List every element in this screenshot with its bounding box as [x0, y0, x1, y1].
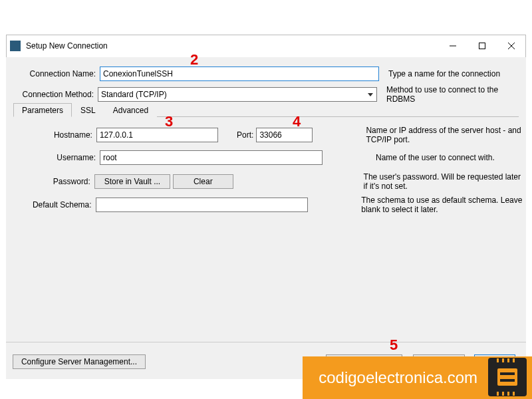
tab-parameters[interactable]: Parameters: [13, 103, 72, 117]
annotation-3: 3: [165, 113, 173, 130]
watermark-logo: [488, 358, 527, 396]
tab-ssl[interactable]: SSL: [72, 103, 104, 117]
titlebar: Setup New Connection: [6, 36, 526, 56]
default-schema-hint: The schema to use as default schema. Lea…: [361, 196, 526, 214]
default-schema-label: Default Schema:: [6, 200, 92, 209]
hostname-hint: Name or IP address of the server host - …: [366, 126, 526, 144]
app-icon: [10, 41, 21, 51]
window-title: Setup New Connection: [26, 41, 438, 51]
username-label: Username:: [6, 153, 96, 162]
hostname-label: Hostname:: [6, 130, 92, 140]
connection-method-select[interactable]: Standard (TCP/IP): [98, 87, 377, 102]
connection-name-hint: Type a name for the connection: [388, 69, 500, 78]
connection-name-input[interactable]: [100, 66, 379, 81]
tabs: Parameters SSL Advanced: [13, 102, 519, 117]
annotation-2: 2: [190, 51, 198, 68]
maximize-button[interactable]: [467, 37, 497, 55]
password-label: Password:: [6, 177, 90, 186]
password-hint: The user's password. Will be requested l…: [364, 172, 526, 191]
watermark-text: codigoelectronica.com: [319, 368, 477, 387]
hostname-input[interactable]: [96, 128, 218, 142]
store-in-vault-button[interactable]: Store in Vault ...: [94, 174, 170, 189]
svg-rect-1: [479, 43, 485, 49]
connection-name-label: Connection Name:: [6, 69, 96, 78]
dialog-body: Connection Name: Type a name for the con…: [6, 57, 526, 379]
annotation-5: 5: [390, 336, 398, 354]
connection-method-label: Connection Method:: [6, 90, 94, 99]
minimize-button[interactable]: [438, 37, 467, 55]
username-hint: Name of the user to connect with.: [376, 153, 495, 162]
configure-server-button[interactable]: Configure Server Management...: [13, 354, 146, 369]
clear-password-button[interactable]: Clear: [173, 174, 233, 189]
close-button[interactable]: [497, 37, 526, 55]
default-schema-input[interactable]: [96, 198, 309, 212]
connection-method-hint: Method to use to connect to the RDBMS: [386, 85, 526, 104]
annotation-4: 4: [293, 113, 301, 130]
tab-advanced[interactable]: Advanced: [104, 103, 157, 117]
port-input[interactable]: [256, 128, 313, 142]
username-input[interactable]: [100, 150, 323, 165]
port-label: Port:: [225, 130, 253, 140]
